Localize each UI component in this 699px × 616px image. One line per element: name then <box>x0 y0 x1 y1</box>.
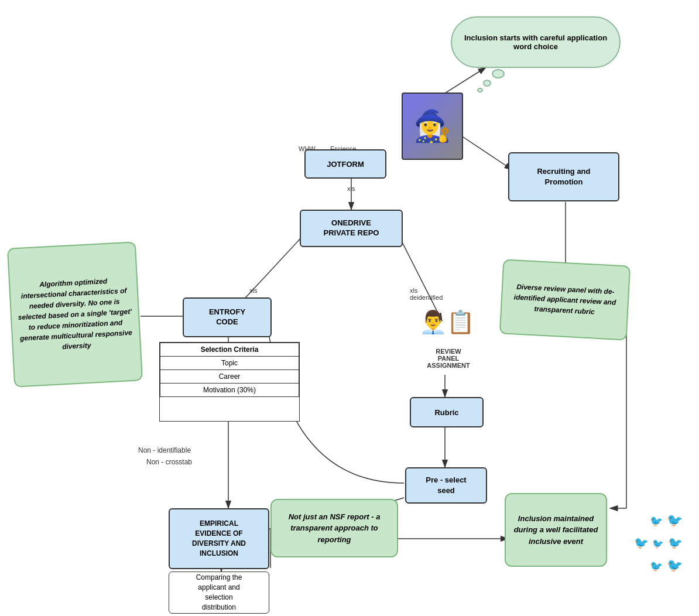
diverse-review-bubble: Diverse review panel with de-identified … <box>499 259 631 340</box>
empirical-box: EMPIRICAL EVIDENCE OF DIVERSITY AND INCL… <box>169 508 269 569</box>
bird-5: 🐦 <box>668 536 683 549</box>
entropy-label: ENTROFY CODE <box>209 307 245 327</box>
algorithm-bubble: Algorithm optimized intersectional chara… <box>7 241 143 387</box>
criteria-row-4: Motivation (30%) <box>160 384 299 397</box>
recruiting-label: Recruiting and Promotion <box>537 166 590 187</box>
review-icon-emoji: 👨‍💼📋 <box>419 309 474 335</box>
bird-6: 🐦 <box>650 560 663 572</box>
avatar: 🧙‍♀️ <box>402 93 463 160</box>
pre-select-label: Pre - select seed <box>426 475 466 496</box>
jotform-box: JOTFORM <box>304 149 386 179</box>
bird-4: 🐦 <box>652 539 664 549</box>
algorithm-text: Algorithm optimized intersectional chara… <box>16 275 134 354</box>
avatar-emoji: 🧙‍♀️ <box>413 108 451 144</box>
onedrive-label: ONEDRIVE PRIVATE REPO <box>324 218 379 238</box>
bird-2: 🐦 <box>667 513 683 528</box>
criteria-row-3: Career <box>160 370 299 384</box>
pre-select-box: Pre - select seed <box>405 467 487 504</box>
non-crosstab-label: Non - crosstab <box>146 458 192 466</box>
birds-row-3: 🐦 🐦 <box>634 554 683 576</box>
entropy-box: ENTROFY CODE <box>183 297 272 337</box>
xls1-label: xls <box>347 185 355 192</box>
onedrive-box: ONEDRIVE PRIVATE REPO <box>300 210 403 247</box>
recruiting-box: Recruiting and Promotion <box>508 152 619 201</box>
main-canvas: Inclusion starts with careful applicatio… <box>0 0 699 616</box>
inclusion-maintained-text: Inclusion maintained during a well facil… <box>512 513 600 547</box>
comparing-label: Comparing the applicant and selection di… <box>196 573 242 612</box>
empirical-label: EMPIRICAL EVIDENCE OF DIVERSITY AND INCL… <box>192 519 246 558</box>
birds-row-2: 🐦 🐦 🐦 <box>634 531 683 553</box>
birds-decoration: 🐦 🐦 🐦 🐦 🐦 🐦 🐦 <box>634 509 683 576</box>
not-nsf-text: Not just an NSF report - a transparent a… <box>277 511 391 546</box>
diverse-review-text: Diverse review panel with de-identified … <box>508 281 623 319</box>
xls2-label: xls <box>249 287 257 294</box>
svg-line-2 <box>460 135 512 170</box>
non-identifiable-label: Non - identifiable <box>138 446 191 454</box>
rubric-box: Rubric <box>410 397 484 427</box>
criteria-row-2: Topic <box>160 357 299 370</box>
criteria-table: Selection Criteria Topic Career Motivati… <box>159 342 300 422</box>
bird-1: 🐦 <box>650 515 663 527</box>
review-panel-icon: 👨‍💼📋 <box>409 299 485 345</box>
inclusion-maintained-bubble: Inclusion maintained during a well facil… <box>505 493 607 567</box>
not-nsf-bubble: Not just an NSF report - a transparent a… <box>270 499 398 557</box>
thought-cloud: Inclusion starts with careful applicatio… <box>451 16 621 68</box>
birds-row-1: 🐦 🐦 <box>634 509 683 531</box>
criteria-row-1: Selection Criteria <box>160 343 299 357</box>
criteria-table-content: Selection Criteria Topic Career Motivati… <box>160 343 299 397</box>
bird-3: 🐦 <box>634 536 649 549</box>
comparing-box: Comparing the applicant and selection di… <box>169 571 269 614</box>
bird-7: 🐦 <box>667 558 683 573</box>
thought-cloud-text: Inclusion starts with careful applicatio… <box>458 33 614 51</box>
rubric-label: Rubric <box>434 408 458 417</box>
jotform-label: JOTFORM <box>327 160 364 169</box>
review-panel-label: REVIEW PANEL ASSIGNMENT <box>413 348 484 369</box>
